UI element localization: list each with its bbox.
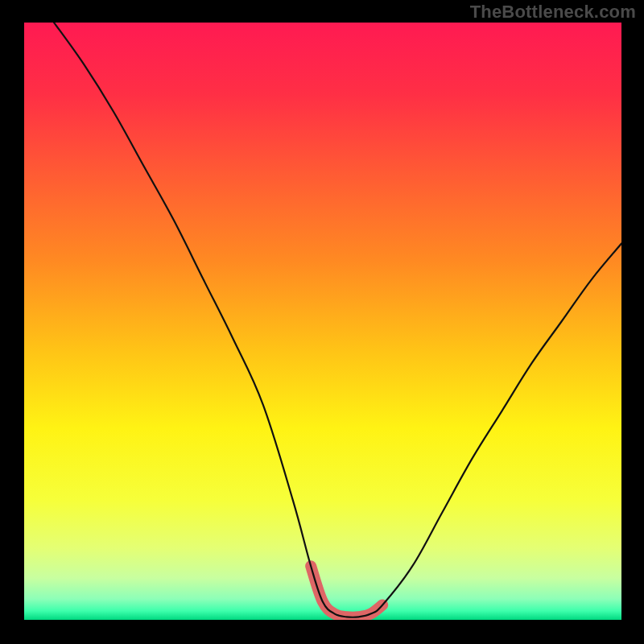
chart-svg <box>24 23 621 620</box>
plot-area <box>24 23 621 620</box>
watermark-text: TheBottleneck.com <box>470 2 636 23</box>
chart-frame: TheBottleneck.com <box>0 0 644 644</box>
